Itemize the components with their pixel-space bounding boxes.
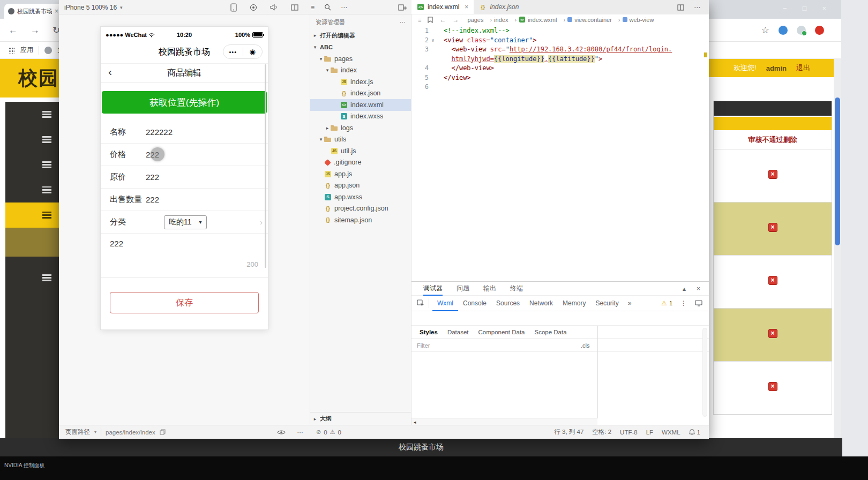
devtools-tab[interactable]: Console bbox=[458, 296, 491, 311]
filter-input[interactable]: Filter bbox=[417, 342, 430, 349]
pane-divider[interactable] bbox=[597, 326, 598, 418]
breadcrumb-item[interactable]: › web-view bbox=[618, 17, 654, 23]
file-tree-item[interactable]: ▾ pages bbox=[310, 53, 411, 65]
delete-button[interactable]: × bbox=[768, 223, 777, 232]
status-item[interactable]: UTF-8 bbox=[620, 429, 638, 436]
get-location-button[interactable]: 获取位置(先操作) bbox=[102, 91, 267, 114]
overflow-icon[interactable]: » bbox=[624, 299, 636, 307]
status-item[interactable]: 行 3, 列 47 bbox=[554, 428, 583, 436]
save-button[interactable]: 保存 bbox=[110, 292, 259, 313]
page-scrollbar[interactable] bbox=[834, 59, 841, 438]
device-selector[interactable]: iPhone 5 100% 16 ▾ bbox=[64, 0, 123, 14]
file-tree-item[interactable]: index.wxss bbox=[310, 111, 411, 123]
file-tree-item[interactable]: project.config.json bbox=[310, 203, 411, 215]
sidebar-menu-item[interactable] bbox=[5, 228, 59, 257]
file-tree-item[interactable]: util.js bbox=[310, 145, 411, 157]
delete-button[interactable]: × bbox=[768, 329, 777, 338]
extension-icon[interactable] bbox=[815, 26, 824, 35]
editor-tab[interactable]: index.wxml × bbox=[411, 0, 474, 14]
file-tree-item[interactable]: index.js bbox=[310, 76, 411, 88]
copy-icon[interactable] bbox=[160, 429, 166, 435]
wxml-tree-area[interactable] bbox=[411, 311, 709, 326]
nav-back-icon[interactable]: ← bbox=[439, 16, 446, 24]
project-section[interactable]: ▾ ABC bbox=[310, 41, 411, 53]
inspector-tab[interactable]: Scope Data bbox=[529, 329, 571, 335]
bookmark-icon[interactable] bbox=[428, 17, 433, 23]
warning-badge[interactable]: ⚠ 1 bbox=[661, 299, 672, 307]
devtools-tab[interactable]: Memory bbox=[558, 296, 590, 311]
debugger-scrollbar[interactable] bbox=[702, 328, 707, 417]
nav-forward-icon[interactable]: → bbox=[452, 16, 459, 24]
sidebar-menu-item[interactable] bbox=[5, 265, 59, 290]
file-tree-item[interactable]: app.wxss bbox=[310, 191, 411, 203]
file-tree-item[interactable]: ▾ utils bbox=[310, 134, 411, 146]
file-tree-item[interactable]: app.json bbox=[310, 180, 411, 192]
tab-close-icon[interactable]: × bbox=[465, 3, 468, 11]
more-icon[interactable]: ⋯ bbox=[297, 429, 304, 436]
open-editors-section[interactable]: ▸ 打开的编辑器 bbox=[310, 29, 411, 41]
add-panel-icon[interactable] bbox=[398, 4, 407, 11]
file-tree-item[interactable]: app.js bbox=[310, 168, 411, 180]
editor-tab[interactable]: index.json bbox=[474, 0, 529, 14]
inspector-tab[interactable]: Styles bbox=[415, 329, 443, 335]
debugger-tab[interactable]: 问题 bbox=[457, 284, 469, 293]
capsule-home-button[interactable]: ◉ bbox=[243, 48, 263, 56]
inspector-tab[interactable]: Dataset bbox=[443, 329, 474, 335]
record-icon[interactable] bbox=[250, 4, 257, 11]
logout-link[interactable]: 退出 bbox=[796, 63, 810, 73]
apps-grid-icon[interactable] bbox=[9, 47, 15, 54]
problems-status[interactable]: ⊘ 0 ⚠ 0 bbox=[310, 429, 411, 436]
phone-scrollbar[interactable] bbox=[265, 64, 266, 268]
debugger-tab[interactable]: 输出 bbox=[483, 284, 496, 293]
file-tree-item[interactable]: ▾ index bbox=[310, 65, 411, 77]
sidebar-menu-item[interactable] bbox=[5, 152, 59, 177]
back-icon[interactable]: ← bbox=[9, 25, 18, 36]
file-tree-item[interactable]: index.json bbox=[310, 88, 411, 100]
status-item[interactable]: 空格: 2 bbox=[592, 428, 611, 436]
bookmark-favicon[interactable] bbox=[44, 47, 52, 54]
breadcrumb-item[interactable]: pages bbox=[465, 17, 483, 23]
taskbar-item[interactable]: NVIDIA 控制面板 bbox=[4, 462, 45, 468]
breadcrumb-item[interactable]: › view.container bbox=[563, 17, 611, 23]
sidebar-menu-item[interactable] bbox=[5, 177, 59, 202]
code-area[interactable]: 1<!--index.wxml-->2∨<view class="contain… bbox=[411, 25, 709, 281]
sidebar-menu-item[interactable] bbox=[5, 127, 59, 152]
devtools-tab[interactable]: Wxml bbox=[432, 296, 458, 311]
device-toolbar-icon[interactable] bbox=[695, 300, 702, 306]
audio-icon[interactable] bbox=[270, 4, 278, 11]
cls-toggle[interactable]: .cls bbox=[581, 342, 590, 349]
eye-icon[interactable] bbox=[277, 430, 286, 435]
devtools-tab[interactable]: Sources bbox=[491, 296, 525, 311]
maximize-button[interactable]: □ bbox=[803, 4, 807, 12]
tab-close-icon[interactable]: × bbox=[55, 8, 58, 15]
file-tree-item[interactable]: ▸ logs bbox=[310, 122, 411, 134]
split-editor-icon[interactable] bbox=[677, 4, 684, 11]
more-actions-icon[interactable]: ⋯ bbox=[694, 4, 700, 11]
forward-icon[interactable]: → bbox=[31, 25, 40, 36]
sidebar-menu-item[interactable] bbox=[5, 202, 59, 228]
devtools-tab[interactable]: Security bbox=[590, 296, 623, 311]
list-icon[interactable]: ≡ bbox=[418, 17, 421, 23]
back-chevron-icon[interactable]: ‹ bbox=[108, 65, 112, 78]
file-tree-item[interactable]: index.wxml bbox=[310, 99, 411, 111]
description-textarea[interactable]: 222 200 bbox=[101, 234, 268, 276]
devtools-tab[interactable]: Network bbox=[525, 296, 558, 311]
scroll-left-icon[interactable]: ◂ bbox=[414, 419, 416, 425]
field-value[interactable]: 222 bbox=[146, 195, 159, 204]
status-item[interactable]: LF bbox=[646, 429, 653, 436]
scrollbar-thumb[interactable] bbox=[835, 98, 840, 245]
apps-bookmark-label[interactable]: 应用 bbox=[20, 46, 33, 55]
more-icon[interactable]: ⋯ bbox=[400, 19, 406, 26]
more-icon[interactable]: ⋯ bbox=[341, 4, 347, 11]
close-button[interactable]: × bbox=[822, 4, 826, 12]
close-panel-icon[interactable]: × bbox=[697, 285, 700, 292]
inspector-tab[interactable]: Component Data bbox=[474, 329, 530, 335]
search-icon[interactable] bbox=[324, 4, 331, 11]
breadcrumb-item[interactable]: › index bbox=[490, 17, 508, 23]
field-value[interactable]: 222 bbox=[146, 172, 159, 182]
browser-tab[interactable]: 校园跳蚤市场 × bbox=[4, 4, 62, 19]
sidebar-menu-item[interactable] bbox=[5, 102, 59, 127]
collapse-icon[interactable]: ▴ bbox=[683, 285, 686, 292]
debugger-tab[interactable]: 终端 bbox=[510, 284, 523, 293]
toggle-device-icon[interactable] bbox=[230, 3, 237, 12]
